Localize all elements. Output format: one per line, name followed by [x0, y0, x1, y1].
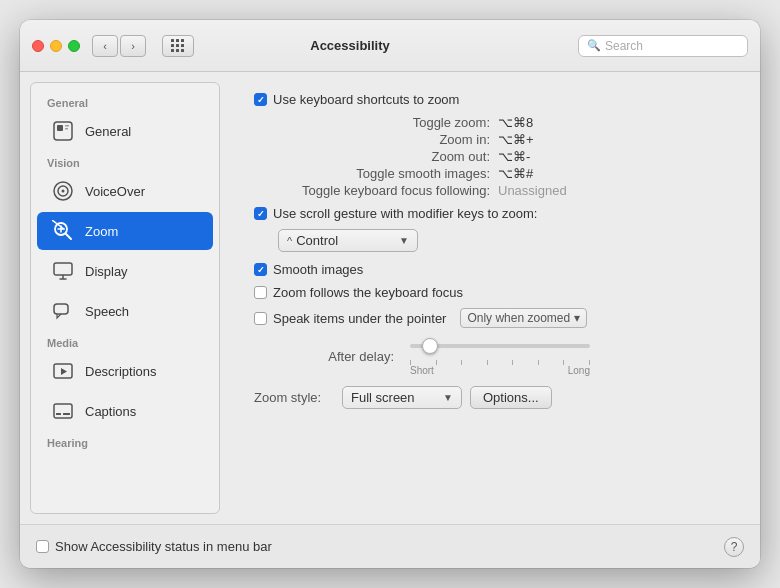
slider-labels: Short Long	[410, 365, 590, 376]
svg-rect-0	[54, 122, 72, 140]
sidebar-item-display[interactable]: Display	[37, 252, 213, 290]
search-icon: 🔍	[587, 39, 601, 52]
back-button[interactable]: ‹	[92, 35, 118, 57]
svg-rect-3	[65, 128, 68, 130]
delay-slider-track	[410, 344, 590, 348]
zoom-style-dropdown[interactable]: Full screen ▼	[342, 386, 462, 409]
speak-items-dropdown-arrow: ▾	[574, 311, 580, 325]
shortcut-zoom-in-value: ⌥⌘+	[498, 132, 534, 147]
zoom-style-row: Zoom style: Full screen ▼ Options...	[254, 386, 736, 409]
search-box[interactable]: 🔍	[578, 35, 748, 57]
speak-items-label: Speak items under the pointer	[273, 311, 446, 326]
caret-icon: ^	[287, 235, 292, 247]
descriptions-icon	[49, 357, 77, 385]
speech-icon	[49, 297, 77, 325]
sidebar-section-media: Media	[31, 331, 219, 351]
display-icon	[49, 257, 77, 285]
sidebar-section-vision: Vision	[31, 151, 219, 171]
sidebar-item-general[interactable]: General	[37, 112, 213, 150]
sidebar-item-voiceover[interactable]: VoiceOver	[37, 172, 213, 210]
shortcut-smooth-images-label: Toggle smooth images:	[270, 166, 490, 181]
content-area: General General Vision VoiceOver	[20, 72, 760, 524]
options-button[interactable]: Options...	[470, 386, 552, 409]
slider-container: Short Long	[410, 336, 590, 376]
slider-track-area	[410, 336, 590, 356]
captions-label: Captions	[85, 404, 136, 419]
general-label: General	[85, 124, 131, 139]
maximize-button[interactable]	[68, 40, 80, 52]
menu-bar-status-row: Show Accessibility status in menu bar	[36, 539, 724, 554]
zoom-label: Zoom	[85, 224, 118, 239]
scroll-gesture-label: Use scroll gesture with modifier keys to…	[273, 206, 537, 221]
scroll-modifier-value: Control	[296, 233, 395, 248]
svg-rect-15	[54, 304, 68, 314]
shortcut-smooth-images: Toggle smooth images: ⌥⌘#	[270, 166, 736, 181]
chevron-left-icon: ‹	[103, 40, 107, 52]
shortcut-zoom-out-label: Zoom out:	[270, 149, 490, 164]
after-delay-row: After delay: Short	[254, 336, 736, 376]
svg-rect-1	[57, 125, 63, 131]
speak-items-checkbox[interactable]	[254, 312, 267, 325]
shortcut-keyboard-focus-label: Toggle keyboard focus following:	[270, 183, 490, 198]
keyboard-focus-row: Zoom follows the keyboard focus	[254, 285, 736, 300]
sidebar: General General Vision VoiceOver	[30, 82, 220, 514]
delay-slider-thumb[interactable]	[422, 338, 438, 354]
captions-icon	[49, 397, 77, 425]
keyboard-shortcuts-row: Use keyboard shortcuts to zoom	[254, 92, 736, 107]
scroll-gesture-checkbox[interactable]	[254, 207, 267, 220]
zoom-style-dropdown-arrow: ▼	[443, 392, 453, 403]
sidebar-item-speech[interactable]: Speech	[37, 292, 213, 330]
sidebar-section-general: General	[31, 91, 219, 111]
shortcut-toggle-zoom-value: ⌥⌘8	[498, 115, 533, 130]
shortcut-smooth-images-value: ⌥⌘#	[498, 166, 533, 181]
traffic-lights	[32, 40, 80, 52]
zoom-style-label: Zoom style:	[254, 390, 334, 405]
smooth-images-checkbox[interactable]	[254, 263, 267, 276]
voiceover-label: VoiceOver	[85, 184, 145, 199]
speak-items-dropdown[interactable]: Only when zoomed ▾	[460, 308, 587, 328]
titlebar: ‹ › Accessibility 🔍	[20, 20, 760, 72]
window-title: Accessibility	[130, 38, 570, 53]
smooth-images-label: Smooth images	[273, 262, 363, 277]
chevron-down-icon: ▼	[399, 235, 409, 246]
shortcut-zoom-in: Zoom in: ⌥⌘+	[270, 132, 736, 147]
menu-bar-status-label: Show Accessibility status in menu bar	[55, 539, 272, 554]
shortcut-zoom-out-value: ⌥⌘-	[498, 149, 530, 164]
shortcut-toggle-zoom: Toggle zoom: ⌥⌘8	[270, 115, 736, 130]
keyboard-focus-label: Zoom follows the keyboard focus	[273, 285, 463, 300]
sidebar-item-captions[interactable]: Captions	[37, 392, 213, 430]
search-input[interactable]	[605, 39, 739, 53]
shortcut-zoom-in-label: Zoom in:	[270, 132, 490, 147]
voiceover-icon	[49, 177, 77, 205]
scroll-modifier-dropdown[interactable]: ^ Control ▼	[278, 229, 418, 252]
smooth-images-row: Smooth images	[254, 262, 736, 277]
menu-bar-status-checkbox[interactable]	[36, 540, 49, 553]
scroll-gesture-row: Use scroll gesture with modifier keys to…	[254, 206, 736, 221]
speech-label: Speech	[85, 304, 129, 319]
svg-rect-19	[56, 413, 61, 415]
minimize-button[interactable]	[50, 40, 62, 52]
short-label: Short	[410, 365, 434, 376]
zoom-style-value: Full screen	[351, 390, 439, 405]
sidebar-item-zoom[interactable]: Zoom	[37, 212, 213, 250]
shortcut-keyboard-focus: Toggle keyboard focus following: Unassig…	[270, 183, 736, 198]
help-button[interactable]: ?	[724, 537, 744, 557]
sidebar-item-descriptions[interactable]: Descriptions	[37, 352, 213, 390]
close-button[interactable]	[32, 40, 44, 52]
keyboard-focus-checkbox[interactable]	[254, 286, 267, 299]
after-delay-label: After delay:	[254, 349, 394, 364]
svg-rect-18	[54, 404, 72, 418]
svg-rect-2	[65, 125, 69, 127]
svg-point-6	[62, 190, 65, 193]
scroll-modifier-dropdown-container: ^ Control ▼	[278, 229, 736, 252]
zoom-icon	[49, 217, 77, 245]
shortcut-keyboard-focus-value: Unassigned	[498, 183, 567, 198]
keyboard-shortcuts-checkbox[interactable]	[254, 93, 267, 106]
keyboard-shortcuts-label: Use keyboard shortcuts to zoom	[273, 92, 459, 107]
svg-marker-17	[61, 368, 67, 375]
speak-items-row: Speak items under the pointer Only when …	[254, 308, 736, 328]
svg-line-9	[52, 220, 64, 229]
shortcut-zoom-out: Zoom out: ⌥⌘-	[270, 149, 736, 164]
main-window: ‹ › Accessibility 🔍 General	[20, 20, 760, 568]
shortcut-toggle-zoom-label: Toggle zoom:	[270, 115, 490, 130]
